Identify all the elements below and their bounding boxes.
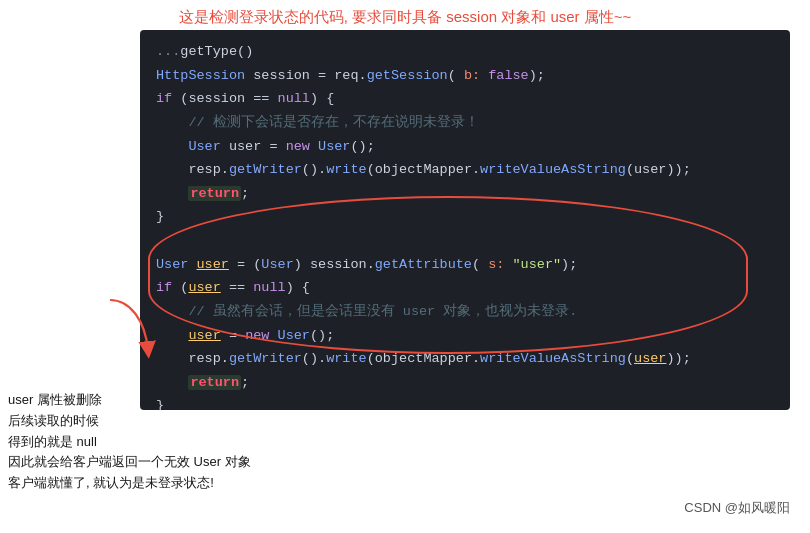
top-annotation: 这是检测登录状态的代码, 要求同时具备 session 对象和 user 属性~… [0,8,810,27]
code-content: ...getType() HttpSession session = req.g… [140,30,790,410]
annotation-line-1: user 属性被删除 [8,390,251,411]
code-line-4: User user = new User(); [156,135,774,159]
left-annotation: user 属性被删除 后续读取的时候 得到的就是 null 因此就会给客户端返回… [8,390,251,494]
code-line-2: if (session == null) { [156,87,774,111]
code-line-11: user = new User(); [156,324,774,348]
annotation-line-4: 因此就会给客户端返回一个无效 User 对象 [8,452,251,473]
code-line-5: resp.getWriter().write(objectMapper.writ… [156,158,774,182]
code-line-3: // 检测下会话是否存在，不存在说明未登录！ [156,111,774,135]
code-line-8: User user = (User) session.getAttribute(… [156,253,774,277]
code-line-1: HttpSession session = req.getSession( b:… [156,64,774,88]
code-area: ...getType() HttpSession session = req.g… [140,30,790,410]
watermark: CSDN @如风暖阳 [684,499,790,517]
code-line-7: } [156,205,774,229]
annotation-line-5: 客户端就懂了, 就认为是未登录状态! [8,473,251,494]
code-line-0: ...getType() [156,40,774,64]
code-line-12: resp.getWriter().write(objectMapper.writ… [156,347,774,371]
code-line-blank [156,229,774,253]
code-line-6: return; [156,182,774,206]
code-line-10: // 虽然有会话，但是会话里没有 user 对象，也视为未登录. [156,300,774,324]
code-line-9: if (user == null) { [156,276,774,300]
main-container: 这是检测登录状态的代码, 要求同时具备 session 对象和 user 属性~… [0,0,810,533]
annotation-line-2: 后续读取的时候 [8,411,251,432]
annotation-line-3: 得到的就是 null [8,432,251,453]
